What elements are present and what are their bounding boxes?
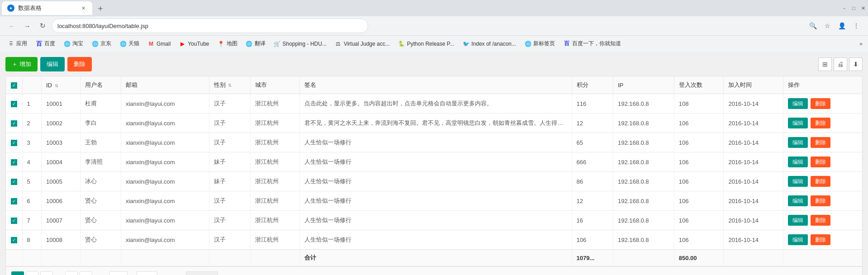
row-checkbox-cell[interactable]: ✓ <box>6 133 22 152</box>
bookmark-ditu[interactable]: 📍 地图 <box>214 38 241 50</box>
delete-button[interactable]: 删除 <box>67 57 92 71</box>
row-delete-button[interactable]: 删除 <box>811 234 830 245</box>
row-edit-button[interactable]: 编辑 <box>788 195 808 206</box>
close-button[interactable]: ✕ <box>860 5 866 11</box>
baidusearch-icon: 百 <box>563 40 570 47</box>
page-size-select[interactable]: 10条/页 20条/页 50条/页 <box>186 271 218 275</box>
bookmark-fanyi[interactable]: 🌐 翻译 <box>242 38 269 50</box>
row-edit-button[interactable]: 编辑 <box>788 176 808 187</box>
summary-email <box>121 250 209 266</box>
python-icon: 🐍 <box>398 40 405 47</box>
bookmark-virtualjudge[interactable]: ⚖ Virtual Judge acc... <box>331 38 394 50</box>
summary-jointime <box>724 250 783 266</box>
url-text: localhost:8080/layuiDemo/table.jsp <box>57 23 362 29</box>
bookmark-python[interactable]: 🐍 Python Release P... <box>394 38 458 50</box>
row-logins: 106 <box>674 133 724 152</box>
row-delete-button[interactable]: 删除 <box>811 156 830 167</box>
row-checkbox[interactable]: ✓ <box>11 179 17 185</box>
print-icon[interactable]: 🖨 <box>834 57 847 71</box>
row-checkbox-cell[interactable]: ✓ <box>6 172 22 191</box>
row-checkbox[interactable]: ✓ <box>11 140 17 146</box>
restore-button[interactable]: □ <box>851 5 857 11</box>
row-ip: 192.168.0.8 <box>613 133 674 152</box>
menu-icon[interactable]: ⋮ <box>850 19 863 32</box>
tab-title: 数据表格 <box>18 4 77 12</box>
col-header-id[interactable]: ID ⇅ <box>41 76 80 94</box>
summary-actions <box>783 250 862 266</box>
row-delete-button[interactable]: 删除 <box>811 137 830 148</box>
window-controls: － □ ✕ <box>841 5 866 11</box>
page-btn-1[interactable]: 1 <box>11 271 24 275</box>
bookmark-newtab[interactable]: 🌐 新标签页 <box>521 38 559 50</box>
row-username: 王勃 <box>80 133 121 152</box>
url-bar[interactable]: localhost:8080/layuiDemo/table.jsp <box>52 19 368 33</box>
row-checkbox[interactable]: ✓ <box>11 101 17 107</box>
page-btn-2[interactable]: 2 <box>26 271 38 275</box>
active-tab[interactable]: ● 数据表格 ✕ <box>2 1 92 15</box>
bookmark-tianmao[interactable]: 🌐 天猫 <box>116 38 143 50</box>
refresh-button[interactable]: ↻ <box>36 19 49 32</box>
row-checkbox[interactable]: ✓ <box>11 218 17 224</box>
bookmark-youtube[interactable]: ▶ YouTube <box>175 38 213 50</box>
row-checkbox-cell[interactable]: ✓ <box>6 191 22 211</box>
bookmark-taobao[interactable]: 🌐 淘宝 <box>60 38 87 50</box>
bookmark-gmail[interactable]: M Gmail <box>144 38 174 50</box>
row-edit-button[interactable]: 编辑 <box>788 98 808 109</box>
bookmark-apps[interactable]: ⠿ 应用 <box>4 38 31 50</box>
search-icon[interactable]: 🔍 <box>806 19 819 32</box>
row-delete-button[interactable]: 删除 <box>811 215 830 226</box>
tab-close-button[interactable]: ✕ <box>80 5 87 12</box>
goto-page-input[interactable] <box>109 271 128 275</box>
row-checkbox-cell[interactable]: ✓ <box>6 114 22 133</box>
row-delete-button[interactable]: 删除 <box>811 176 830 187</box>
bookmarks-more-button[interactable]: » <box>858 41 864 47</box>
row-edit-button[interactable]: 编辑 <box>788 137 808 148</box>
row-checkbox-cell[interactable]: ✓ <box>6 152 22 172</box>
row-checkbox[interactable]: ✓ <box>11 198 17 204</box>
row-edit-button[interactable]: 编辑 <box>788 234 808 245</box>
table-row: ✓ 1 10001 杜甫 xianxin@layui.com 汉子 浙江杭州 点… <box>6 94 862 114</box>
row-checkbox[interactable]: ✓ <box>11 159 17 166</box>
row-email: xianxin@layui.com <box>121 133 209 152</box>
apps-icon: ⠿ <box>7 40 14 47</box>
row-checkbox-cell[interactable]: ✓ <box>6 230 22 250</box>
row-checkbox-cell[interactable]: ✓ <box>6 94 22 114</box>
row-delete-button[interactable]: 删除 <box>811 195 830 206</box>
back-button[interactable]: ← <box>5 19 18 32</box>
bookmark-newtab-label: 新标签页 <box>533 40 555 47</box>
row-actions: 编辑 删除 <box>783 191 862 211</box>
row-checkbox[interactable]: ✓ <box>11 237 17 243</box>
bookmark-shopping[interactable]: 🛒 Shopping - HDU... <box>270 38 330 50</box>
page-next-button[interactable]: › <box>80 271 92 275</box>
bookmark-baidu[interactable]: 百 百度 <box>32 38 59 50</box>
row-checkbox-cell[interactable]: ✓ <box>6 211 22 230</box>
columns-icon[interactable]: ⊞ <box>818 57 832 71</box>
row-edit-button[interactable]: 编辑 <box>788 215 808 226</box>
row-gender: 汉子 <box>209 114 250 133</box>
row-checkbox[interactable]: ✓ <box>11 120 17 127</box>
export-icon[interactable]: ⬇ <box>849 57 863 71</box>
row-bio: 人生恰似一场修行 <box>300 152 572 172</box>
row-delete-button[interactable]: 删除 <box>811 118 830 128</box>
row-edit-button[interactable]: 编辑 <box>788 118 808 128</box>
row-edit-button[interactable]: 编辑 <box>788 156 808 167</box>
header-checkbox[interactable]: ✓ <box>11 82 17 89</box>
page-btn-11[interactable]: 11 <box>65 271 78 275</box>
goto-confirm-button[interactable]: 确定 <box>137 271 157 275</box>
col-header-gender[interactable]: 性别 ⇅ <box>209 76 250 94</box>
row-num: 8 <box>22 230 41 250</box>
bookmark-anaconda[interactable]: 🐦 Index of /anacon... <box>459 38 520 50</box>
row-gender: 汉子 <box>209 191 250 211</box>
col-header-checkbox[interactable]: ✓ <box>6 76 22 94</box>
row-delete-button[interactable]: 删除 <box>811 98 830 109</box>
minimize-button[interactable]: － <box>841 5 847 11</box>
profile-icon[interactable]: 👤 <box>835 19 848 32</box>
page-btn-3[interactable]: 3 <box>40 271 53 275</box>
forward-button[interactable]: → <box>21 19 33 32</box>
bookmark-jingdong[interactable]: 🌐 京东 <box>88 38 115 50</box>
new-tab-button[interactable]: ＋ <box>94 2 107 14</box>
bookmark-icon[interactable]: ☆ <box>821 19 834 32</box>
bookmark-baidusearch[interactable]: 百 百度一下，你就知道 <box>560 38 625 50</box>
add-button[interactable]: ＋ 增加 <box>5 57 38 71</box>
edit-button[interactable]: 编辑 <box>40 57 65 71</box>
